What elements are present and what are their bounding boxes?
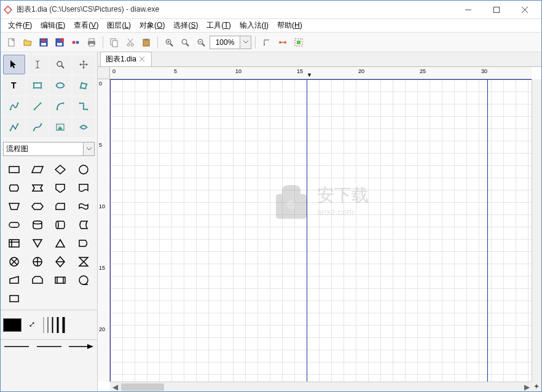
shape-predefined[interactable] (50, 272, 72, 289)
scroll-right-icon[interactable]: ▶ (522, 382, 532, 392)
svg-rect-81 (9, 240, 19, 247)
print-button[interactable] (84, 35, 99, 50)
shape-data[interactable] (26, 161, 49, 178)
svg-point-52 (57, 83, 64, 88)
menu-select[interactable]: 选择(S) (170, 19, 202, 32)
save-button[interactable] (36, 35, 51, 50)
shape-sort[interactable] (50, 253, 72, 270)
cut-button[interactable] (123, 35, 138, 50)
save-as-button[interactable] (52, 35, 67, 50)
bezier-line-tool[interactable] (26, 117, 49, 137)
line-tool[interactable] (26, 96, 49, 116)
horizontal-scrollbar[interactable]: ◀ ▶ (110, 382, 532, 391)
scroll-left-icon[interactable]: ◀ (110, 382, 120, 392)
svg-point-28 (182, 39, 187, 44)
menu-file[interactable]: 文件(F) (4, 19, 36, 32)
polygon-tool[interactable] (73, 76, 95, 95)
shape-seq-access[interactable] (73, 272, 95, 289)
polyline-tool[interactable] (3, 117, 25, 137)
chevron-down-icon[interactable] (84, 142, 95, 156)
zoom-in-button[interactable] (162, 35, 176, 50)
menu-edit[interactable]: 编辑(E) (37, 19, 69, 32)
menu-layer[interactable]: 图层(L) (103, 19, 135, 32)
shape-stored-data[interactable] (73, 216, 95, 233)
arrow-end-picker[interactable] (69, 344, 93, 349)
shape-preparation[interactable] (26, 198, 49, 215)
shape-sum[interactable] (3, 253, 25, 270)
zoom-select[interactable]: 100% (210, 36, 251, 49)
shape-terminal[interactable] (3, 216, 25, 233)
shape-card[interactable] (50, 198, 72, 215)
tool-palette: T (1, 52, 97, 139)
shape-delay[interactable] (73, 235, 95, 252)
arrow-start-picker[interactable] (4, 344, 29, 349)
zoom-tool[interactable] (50, 55, 72, 74)
shape-datasource[interactable] (3, 290, 25, 307)
shape-document[interactable] (73, 179, 95, 197)
outline-tool[interactable] (73, 117, 95, 137)
nav-corner-icon[interactable]: ✦ (532, 382, 541, 391)
menu-object[interactable]: 对象(O) (136, 19, 168, 32)
close-icon[interactable] (139, 56, 146, 63)
zoom-fit-button[interactable] (178, 35, 192, 50)
export-button[interactable] (68, 35, 83, 50)
shape-category-select[interactable]: 流程图 (3, 142, 95, 156)
ellipse-tool[interactable] (50, 76, 72, 95)
shape-transaction[interactable] (26, 179, 49, 197)
shape-tape[interactable] (73, 198, 95, 215)
maximize-button[interactable] (482, 1, 511, 19)
bezier-tool[interactable] (3, 96, 25, 116)
menu-ime[interactable]: 输入法(I) (236, 19, 272, 32)
guide-line[interactable] (110, 79, 532, 80)
snap-grid-button[interactable] (259, 35, 274, 50)
minimize-button[interactable] (454, 1, 482, 19)
shape-manual-input[interactable] (3, 272, 25, 289)
shape-or[interactable] (26, 253, 49, 270)
shape-disk[interactable] (26, 216, 49, 233)
chevron-down-icon[interactable] (240, 36, 251, 49)
pointer-tool[interactable] (3, 55, 25, 74)
shape-collate[interactable] (73, 253, 95, 270)
zoom-out-button[interactable] (194, 35, 208, 50)
guide-line[interactable] (307, 79, 307, 382)
tab-document[interactable]: 图表1.dia (100, 52, 152, 66)
foreground-color-swatch[interactable] (3, 318, 22, 332)
copy-button[interactable] (107, 35, 122, 50)
vertical-ruler[interactable]: 0 5 10 15 20 (98, 79, 110, 382)
image-tool[interactable] (50, 117, 72, 137)
menu-help[interactable]: 帮助(H) (273, 19, 306, 32)
text-tool[interactable]: T (3, 76, 25, 95)
canvas[interactable]: 安下载 anxz.com (110, 79, 532, 382)
menu-tools[interactable]: 工具(T) (203, 19, 234, 32)
horizontal-ruler[interactable]: 0 5 10 15 20 25 30 ▼ (110, 67, 532, 79)
shape-display[interactable] (3, 179, 25, 197)
shape-offpage[interactable] (50, 179, 72, 197)
arc-tool[interactable] (50, 96, 72, 116)
shape-manual-op[interactable] (3, 198, 25, 215)
shape-drum[interactable] (50, 216, 72, 233)
shape-merge[interactable] (26, 235, 49, 252)
shape-decision[interactable] (50, 161, 72, 178)
shape-connector[interactable] (73, 161, 95, 178)
scrollbar-thumb[interactable] (121, 383, 164, 391)
snap-object-button[interactable] (275, 35, 290, 50)
scroll-tool[interactable] (73, 55, 95, 74)
paste-button[interactable] (139, 35, 154, 50)
zigzag-tool[interactable] (73, 96, 95, 116)
text-cursor-tool[interactable] (26, 55, 49, 74)
open-button[interactable] (20, 35, 35, 50)
menu-view[interactable]: 查看(V) (70, 19, 102, 32)
guide-line[interactable] (110, 79, 111, 382)
shape-extract[interactable] (50, 235, 72, 252)
guide-line[interactable] (487, 79, 488, 382)
vertical-scrollbar[interactable] (532, 79, 541, 382)
close-button[interactable] (511, 1, 539, 19)
shape-process[interactable] (3, 161, 25, 178)
line-width-picker[interactable] (42, 317, 66, 333)
new-button[interactable] (4, 35, 19, 50)
shape-loop-limit[interactable] (26, 272, 49, 289)
toggle-rulers-button[interactable] (291, 35, 306, 50)
box-tool[interactable] (26, 76, 49, 95)
line-style-picker[interactable] (37, 344, 61, 349)
shape-internal[interactable] (3, 235, 25, 252)
